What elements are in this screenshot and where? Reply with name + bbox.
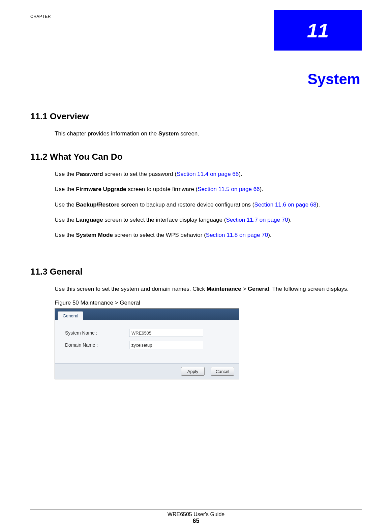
section-11-1-heading: 11.1 Overview [30,111,362,122]
text: Use the [55,171,76,177]
text: screen. [179,130,199,137]
bold-text: System Mode [76,232,113,238]
cross-reference-link[interactable]: Section 11.4 on page 66 [177,171,239,177]
label-system-name: System Name : [65,330,129,336]
text: Use the [55,186,76,192]
text: ). [288,217,292,223]
text: > [241,286,248,292]
input-system-name[interactable] [129,329,203,337]
label-domain-name: Domain Name : [65,342,129,348]
bold-text: System [158,130,179,137]
chapter-label: CHAPTER [30,14,51,19]
maintenance-general-panel: General System Name : Domain Name : Appl… [55,308,239,379]
text: Use this screen to set the system and do… [55,286,207,292]
chapter-title: System [30,71,362,88]
text: Use the [55,232,76,238]
bold-text: Language [76,217,103,223]
text: ). [316,201,320,208]
text: screen to update firmware ( [126,186,198,192]
text: screen to select the WPS behavior ( [113,232,206,238]
text: Use the [55,201,76,208]
page: CHAPTER 11 System 11.1 Overview This cha… [0,0,392,532]
text: This chapter provides information on the [55,130,158,137]
text: screen to select the interface display l… [103,217,226,223]
apply-button[interactable]: Apply [181,367,205,376]
section-11-2-heading: 11.2 What You Can Do [30,152,362,162]
section-11-3-heading: 11.3 General [30,267,362,277]
cross-reference-link[interactable]: Section 11.8 on page 70 [206,232,268,238]
footer-rule [30,509,362,509]
bold-text: Backup/Restore [76,201,119,208]
text: ). [239,171,242,177]
cross-reference-link[interactable]: Section 11.7 on page 70 [226,217,288,223]
section-11-3-body: Use this screen to set the system and do… [55,284,362,293]
panel-body: System Name : Domain Name : [55,320,239,363]
text: ). [268,232,271,238]
section-11-1-body: This chapter provides information on the… [55,129,362,138]
input-domain-name[interactable] [129,341,203,349]
footer-title: WRE6505 User's Guide [30,511,362,518]
text: screen to set the password ( [103,171,177,177]
cross-reference-link[interactable]: Section 11.5 on page 66 [198,186,260,192]
bold-text: Firmware Upgrade [76,186,126,192]
chapter-number-box: 11 [274,10,362,51]
footer-page-number: 65 [30,518,362,525]
row-system-name: System Name : [65,329,232,337]
cross-reference-link[interactable]: Section 11.6 on page 68 [254,201,316,208]
cancel-button[interactable]: Cancel [211,367,234,376]
text: ). [260,186,263,192]
bold-text: Maintenance [207,286,241,292]
page-footer: WRE6505 User's Guide 65 [30,509,362,525]
tab-general[interactable]: General [58,311,83,320]
chapter-number: 11 [307,19,329,42]
text: Use the [55,217,76,223]
bold-text: Password [76,171,103,177]
row-domain-name: Domain Name : [65,341,232,349]
text: . The following screen displays. [269,286,349,292]
panel-footer: Apply Cancel [55,363,239,379]
text: screen to backup and restore device conf… [120,201,254,208]
bold-text: General [248,286,269,292]
tab-bar: General [55,309,239,320]
section-11-2-body: Use the Password screen to set the passw… [55,169,362,240]
figure-caption: Figure 50 Maintenance > General [55,300,362,306]
